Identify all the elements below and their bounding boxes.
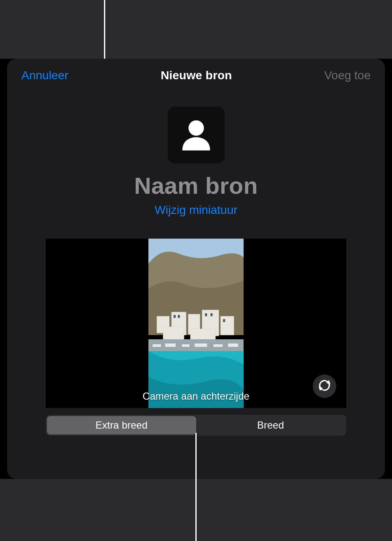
segment-extra-wide[interactable]: Extra breed [47, 416, 196, 434]
segment-wide[interactable]: Breed [196, 416, 345, 434]
source-name-input[interactable]: Naam bron [134, 172, 258, 199]
preview-image [148, 239, 244, 408]
add-button: Voeg toe [324, 69, 371, 82]
svg-rect-13 [223, 319, 225, 322]
thumbnail-placeholder[interactable] [168, 107, 225, 164]
source-header: Naam bron Wijzig miniatuur [7, 107, 385, 217]
cancel-button[interactable]: Annuleer [21, 69, 68, 82]
callout-line-bottom [195, 433, 197, 541]
camera-flip-icon [317, 378, 332, 394]
svg-rect-19 [213, 344, 223, 347]
backdrop-top [0, 0, 392, 59]
new-source-sheet: Annuleer Nieuwe bron Voeg toe Naam bron … [7, 59, 385, 479]
sheet-title: Nieuwe bron [161, 69, 232, 82]
camera-label: Camera aan achterzijde [143, 390, 249, 402]
svg-rect-9 [174, 315, 176, 318]
callout-line-top [104, 0, 105, 59]
person-icon [177, 115, 215, 155]
nav-bar: Annuleer Nieuwe bron Voeg toe [7, 59, 385, 82]
svg-rect-17 [182, 344, 190, 347]
svg-point-0 [188, 120, 204, 136]
svg-rect-12 [210, 313, 213, 316]
svg-rect-7 [163, 327, 184, 341]
svg-rect-15 [153, 344, 161, 347]
flip-camera-button[interactable] [313, 375, 336, 398]
svg-rect-20 [228, 343, 238, 347]
svg-rect-16 [165, 343, 176, 347]
edit-thumbnail-button[interactable]: Wijzig miniatuur [155, 203, 238, 217]
camera-preview: Camera aan achterzijde [46, 239, 346, 408]
svg-rect-10 [178, 315, 180, 318]
svg-rect-18 [195, 343, 207, 347]
svg-rect-11 [205, 313, 207, 316]
svg-rect-6 [221, 316, 234, 335]
